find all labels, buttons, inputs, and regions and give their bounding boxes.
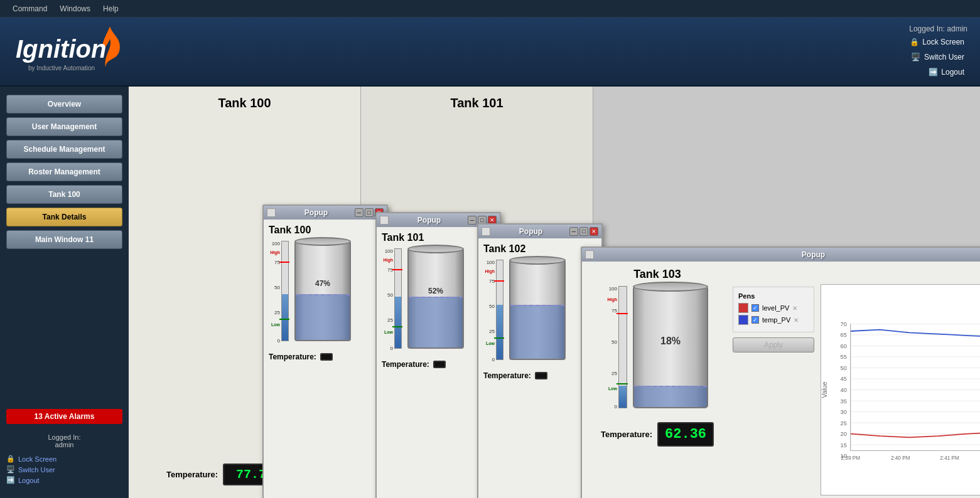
svg-text:Ignition: Ignition <box>16 35 106 63</box>
svg-text:20: 20 <box>841 431 847 437</box>
pens-title: Pens <box>738 292 809 300</box>
popup4-temp-label: Temperature: <box>601 430 652 439</box>
popup2-title: Popup <box>417 216 441 225</box>
sidebar-btn-tank-details[interactable]: Tank Details <box>6 208 122 226</box>
popup1-tank-title: Tank 100 <box>269 225 382 236</box>
popup4-titlebar[interactable]: Popup ─ □ ✕ <box>582 248 980 262</box>
chart-icon-buttons: ⛶ 💾 🖨️ <box>821 268 980 282</box>
menu-command[interactable]: Command <box>6 4 53 13</box>
popup1-titlebar[interactable]: Popup ─ □ ✕ <box>264 206 387 220</box>
pen2-color <box>738 315 748 325</box>
svg-text:2:41 PM: 2:41 PM <box>940 455 959 461</box>
popup3-title: Popup <box>519 227 542 236</box>
popup4-resize-icon <box>585 250 594 259</box>
svg-text:30: 30 <box>841 409 847 415</box>
popup3-max-btn[interactable]: □ <box>579 227 588 236</box>
popup1-min-btn[interactable]: ─ <box>355 208 363 217</box>
pens-panel: Pens ✓ level_PV ✕ ✓ temp_PV ✕ <box>733 287 814 332</box>
popup1-temp: Temperature: <box>269 352 382 361</box>
switch-user-label: Switch User <box>924 53 964 61</box>
popup4-title: Popup <box>802 250 825 259</box>
pen2-checkbox[interactable]: ✓ <box>751 316 759 324</box>
svg-text:Value: Value <box>821 381 828 398</box>
svg-text:2:39 PM: 2:39 PM <box>841 455 861 461</box>
popup4-v-scale: 100 High 75 50 25 Low 0 <box>603 286 627 408</box>
apply-button[interactable]: Apply <box>733 337 814 352</box>
popup2-min-btn[interactable]: ─ <box>468 216 477 225</box>
main-layout: Overview User Management Schedule Manage… <box>0 87 980 498</box>
sidebar-lock-screen[interactable]: 🔒 Lock Screen <box>6 453 122 464</box>
menu-windows[interactable]: Windows <box>53 4 97 13</box>
sidebar-logout[interactable]: ➡️ Logout <box>6 475 122 485</box>
sidebar-btn-overview[interactable]: Overview <box>6 95 122 114</box>
popup1-cylinder: 47% <box>291 241 354 347</box>
svg-text:50: 50 <box>841 365 847 371</box>
popup2-temp-value <box>433 361 446 368</box>
lock-screen-label: Lock Screen <box>922 38 964 46</box>
sidebar-btn-user-mgmt[interactable]: User Management <box>6 117 122 136</box>
popup4-pens-section: Pens ✓ level_PV ✕ ✓ temp_PV ✕ <box>733 268 814 498</box>
popup4-tank-section: Tank 103 100 High 75 50 25 Low 0 <box>588 268 726 498</box>
logout-button[interactable]: ➡️ Logout <box>925 66 967 78</box>
popup1-temp-value <box>320 353 333 361</box>
active-alarms-badge[interactable]: 13 Active Alarms <box>6 409 122 424</box>
sidebar-btn-schedule-mgmt[interactable]: Schedule Management <box>6 140 122 159</box>
logout-icon: ➡️ <box>928 67 938 77</box>
sidebar-switch-icon: 🖥️ <box>6 465 15 474</box>
popup2-v-scale: 100 High 75 50 25 Low 0 <box>382 248 402 349</box>
popup4-temp: Temperature: 62.36 <box>601 422 714 447</box>
pen2-label: temp_PV <box>762 316 790 324</box>
tank-100-bg-title: Tank 100 <box>129 87 360 110</box>
svg-text:35: 35 <box>841 398 847 405</box>
popup3-temp-label: Temperature: <box>483 371 531 380</box>
pen1-checkbox[interactable]: ✓ <box>751 304 759 312</box>
switch-user-icon: 🖥️ <box>911 52 921 62</box>
svg-text:45: 45 <box>841 376 847 382</box>
sidebar-bottom: 13 Active Alarms Logged In: admin 🔒 Lock… <box>0 403 129 492</box>
popup1-content: Tank 100 100 High 75 50 25 Low 0 <box>264 220 387 498</box>
chart-container: 70 65 60 55 50 45 40 35 30 25 20 15 <box>821 284 980 495</box>
popup3-tank-title: Tank 102 <box>483 243 596 255</box>
pen2-row: ✓ temp_PV ✕ <box>738 315 809 325</box>
popup3-v-scale: 100 High 75 50 25 Low 0 <box>483 260 503 360</box>
svg-text:by Inductive Automation: by Inductive Automation <box>28 65 95 72</box>
sidebar-switch-user[interactable]: 🖥️ Switch User <box>6 464 122 475</box>
menu-help[interactable]: Help <box>97 4 125 13</box>
svg-text:60: 60 <box>841 343 847 349</box>
lock-screen-button[interactable]: 🔒 Lock Screen <box>906 36 967 48</box>
popup3-temp: Temperature: <box>483 371 596 380</box>
popup2-resize-icon <box>380 216 389 225</box>
sidebar-logout-icon: ➡️ <box>6 476 15 484</box>
header-right: Logged In: admin 🔒 Lock Screen 🖥️ Switch… <box>906 24 967 78</box>
tank100-temp-label: Temperature: <box>166 470 218 479</box>
popup3-resize-icon <box>482 227 490 236</box>
pen2-remove-btn[interactable]: ✕ <box>794 317 799 324</box>
popup1-v-scale: 100 High 75 50 25 Low 0 <box>269 241 289 341</box>
popup3-min-btn[interactable]: ─ <box>569 227 578 236</box>
logo-area: Ignition by Inductive Automation <box>13 23 129 80</box>
pen1-remove-btn[interactable]: ✕ <box>792 305 797 312</box>
sidebar-btn-main-window[interactable]: Main Window 11 <box>6 230 122 249</box>
sidebar-logged-in: Logged In: admin <box>6 433 122 448</box>
sidebar-btn-roster-mgmt[interactable]: Roster Management <box>6 162 122 181</box>
switch-user-button[interactable]: 🖥️ Switch User <box>908 51 967 63</box>
popup-tank103: Popup ─ □ ✕ Tank 103 100 High 7 <box>581 246 980 498</box>
popup1-temp-label: Temperature: <box>269 352 316 361</box>
popup4-temp-value: 62.36 <box>657 422 714 447</box>
main-content: Tank 100 Tank 101 Temperature: 77.7 Temp… <box>129 87 980 498</box>
line-chart: 70 65 60 55 50 45 40 35 30 25 20 15 <box>821 285 980 495</box>
popup1-resize-icon <box>267 208 276 217</box>
popup3-controls: ─ □ ✕ <box>569 227 598 236</box>
popup1-title: Popup <box>304 208 328 217</box>
popup3-close-btn[interactable]: ✕ <box>590 227 598 236</box>
svg-text:40: 40 <box>841 387 847 393</box>
popup3-titlebar[interactable]: Popup ─ □ ✕ <box>478 225 601 238</box>
popup1-gauge-area: 100 High 75 50 25 Low 0 <box>269 241 382 347</box>
popup1-max-btn[interactable]: □ <box>365 208 374 217</box>
svg-text:15: 15 <box>841 442 847 448</box>
popup4-chart-section: ⛶ 💾 🖨️ <box>821 268 980 498</box>
popup4-tank-title: Tank 103 <box>633 268 681 281</box>
popup2-cylinder: 52% <box>404 248 467 355</box>
popup3-gauge-area: 100 High 75 50 25 Low 0 <box>483 260 596 366</box>
sidebar-btn-tank100[interactable]: Tank 100 <box>6 185 122 204</box>
